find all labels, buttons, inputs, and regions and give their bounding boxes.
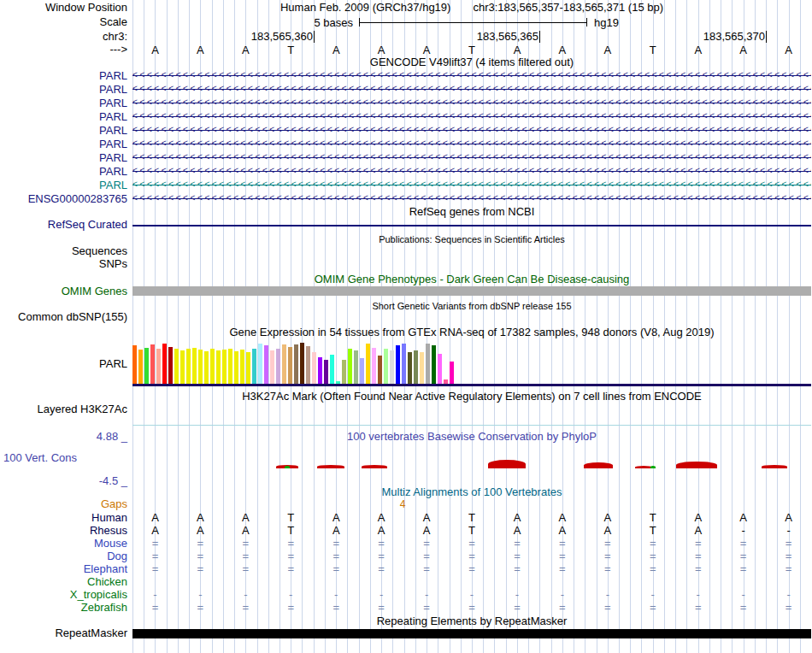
h3k27ac-signal-line[interactable] xyxy=(132,425,811,426)
gene-item-label[interactable]: PARL xyxy=(0,166,127,178)
alignment-base: A xyxy=(766,511,811,524)
gene-item[interactable]: <<<<<<<<<<<<<<<<<<<<<<<<<<<<<<<<<<<<<<<<… xyxy=(132,164,811,178)
gtex-tissue-bar xyxy=(330,355,334,384)
alignment-base: = xyxy=(404,550,450,562)
alignment-base xyxy=(268,575,314,588)
gene-item[interactable]: <<<<<<<<<<<<<<<<<<<<<<<<<<<<<<<<<<<<<<<<… xyxy=(132,178,811,191)
h3k27ac-track-title[interactable]: H3K27Ac Mark (Often Found Near Active Re… xyxy=(132,391,811,403)
alignment-base: = xyxy=(359,550,404,562)
alignment-base: = xyxy=(766,601,811,614)
position-title: chr3:183,565,357-183,565,371 (15 bp) xyxy=(473,2,663,14)
phylop-track-label[interactable]: 100 Vert. Cons xyxy=(0,452,77,464)
alignment-base: = xyxy=(495,550,540,562)
repeatmasker-track-title[interactable]: Repeating Elements by RepeatMasker xyxy=(132,615,811,627)
base-letter: A xyxy=(223,44,268,56)
track-display-area[interactable]: Human Feb. 2009 (GRCh37/hg19) chr3:183,5… xyxy=(132,0,811,653)
gene-item-label[interactable]: ENSG00000283765 xyxy=(0,193,127,205)
gtex-track-title[interactable]: Gene Expression in 54 tissues from GTEx … xyxy=(132,326,811,338)
alignment-row[interactable]: AAATAAATAAATA-- xyxy=(132,524,811,537)
gene-item-label[interactable]: PARL xyxy=(0,125,127,137)
alignment-base: - xyxy=(585,588,630,601)
sequences-track-label[interactable]: Sequences xyxy=(0,245,127,257)
gene-item[interactable]: <<<<<<<<<<<<<<<<<<<<<<<<<<<<<<<<<<<<<<<<… xyxy=(132,96,811,109)
gene-item[interactable]: <<<<<<<<<<<<<<<<<<<<<<<<<<<<<<<<<<<<<<<<… xyxy=(132,150,811,164)
alignment-base: A xyxy=(132,511,178,524)
alignment-row[interactable]: =============== xyxy=(132,537,811,550)
species-label[interactable]: X_tropicalis xyxy=(0,589,127,601)
repeatmasker-track-label[interactable]: RepeatMasker xyxy=(0,627,127,639)
gtex-tissue-bar xyxy=(282,344,286,384)
refseq-track-label[interactable]: RefSeq Curated xyxy=(0,219,127,231)
gene-item-label[interactable]: PARL xyxy=(0,152,127,164)
gene-item-label[interactable]: PARL xyxy=(0,111,127,123)
gtex-tissue-bar xyxy=(204,351,209,384)
alignment-base: - xyxy=(675,588,721,601)
species-label[interactable]: Elephant xyxy=(0,563,127,575)
alignment-base: = xyxy=(675,562,721,575)
gene-item[interactable]: <<<<<<<<<<<<<<<<<<<<<<<<<<<<<<<<<<<<<<<<… xyxy=(132,68,811,82)
species-label[interactable]: Dog xyxy=(0,550,127,562)
gtex-tissue-bar xyxy=(342,360,346,384)
gene-item[interactable]: <<<<<<<<<<<<<<<<<<<<<<<<<<<<<<<<<<<<<<<<… xyxy=(132,137,811,150)
alignment-row[interactable]: =============== xyxy=(132,550,811,562)
gene-item-label[interactable]: PARL xyxy=(0,138,127,150)
gencode-track-title[interactable]: GENCODE V49lift37 (4 items filtered out) xyxy=(132,56,811,68)
species-label[interactable]: Human xyxy=(0,512,127,524)
gtex-tissue-bar xyxy=(288,347,292,384)
alignment-base xyxy=(766,575,811,588)
alignment-row[interactable]: =============== xyxy=(132,601,811,614)
alignment-row[interactable]: =============== xyxy=(132,562,811,575)
gene-item-label[interactable]: PARL xyxy=(0,84,127,96)
alignment-row[interactable] xyxy=(132,575,811,588)
gtex-tissue-bar xyxy=(276,349,280,384)
refseq-track-title[interactable]: RefSeq genes from NCBI xyxy=(132,206,811,218)
gtex-tissue-bar xyxy=(144,348,149,384)
conservation-peak xyxy=(650,466,656,468)
snps-track-label[interactable]: SNPs xyxy=(0,258,127,270)
publications-track-title[interactable]: Publications: Sequences in Scientific Ar… xyxy=(132,233,811,245)
alignment-row[interactable]: --------------- xyxy=(132,588,811,601)
gene-item-label[interactable]: PARL xyxy=(0,179,127,191)
gtex-gene-label[interactable]: PARL xyxy=(0,358,127,370)
alignment-base: - xyxy=(450,588,495,601)
gtex-tissue-bar xyxy=(216,350,221,384)
gene-item-label[interactable]: PARL xyxy=(0,70,127,82)
species-label[interactable]: Rhesus xyxy=(0,525,127,537)
alignment-base: = xyxy=(359,562,404,575)
phylop-track-title[interactable]: 100 vertebrates Basewise Conservation by… xyxy=(132,431,811,443)
omim-track-label[interactable]: OMIM Genes xyxy=(0,285,127,297)
h3k27ac-track-label[interactable]: Layered H3K27Ac xyxy=(0,403,127,415)
alignment-row[interactable]: AAATAAATAAATAAA xyxy=(132,511,811,524)
dbsnp-track-title[interactable]: Short Genetic Variants from dbSNP releas… xyxy=(132,300,811,312)
gene-item[interactable]: <<<<<<<<<<<<<<<<<<<<<<<<<<<<<<<<<<<<<<<<… xyxy=(132,123,811,137)
species-label[interactable]: Zebrafish xyxy=(0,602,127,614)
gene-item[interactable]: <<<<<<<<<<<<<<<<<<<<<<<<<<<<<<<<<<<<<<<<… xyxy=(132,82,811,96)
alignment-base: = xyxy=(721,601,766,614)
base-letter: A xyxy=(539,44,585,56)
alignment-base: = xyxy=(450,562,495,575)
alignment-base: = xyxy=(539,537,585,550)
repeatmasker-item[interactable] xyxy=(132,629,811,638)
alignment-base: = xyxy=(766,562,811,575)
alignment-base: = xyxy=(675,601,721,614)
alignment-base: = xyxy=(178,562,223,575)
gaps-row-label[interactable]: Gaps xyxy=(0,498,127,510)
alignment-base: A xyxy=(539,511,585,524)
gene-item-label[interactable]: PARL xyxy=(0,97,127,109)
omim-gene-item[interactable] xyxy=(132,286,811,296)
omim-track-title[interactable]: OMIM Gene Phenotypes - Dark Green Can Be… xyxy=(132,274,811,285)
dbsnp-track-label[interactable]: Common dbSNP(155) xyxy=(0,311,127,323)
gtex-bar-chart[interactable] xyxy=(132,338,811,384)
multiz-track-title[interactable]: Multiz Alignments of 100 Vertebrates xyxy=(132,486,811,498)
species-label[interactable]: Mouse xyxy=(0,538,127,550)
base-letter: T xyxy=(450,44,495,56)
gtex-tissue-bar xyxy=(354,350,358,384)
gtex-tissue-bar xyxy=(414,350,418,384)
gene-item[interactable]: <<<<<<<<<<<<<<<<<<<<<<<<<<<<<<<<<<<<<<<<… xyxy=(132,109,811,123)
base-letter: A xyxy=(359,44,404,56)
phylop-conservation-plot[interactable] xyxy=(132,455,811,468)
refseq-curated-item[interactable] xyxy=(132,225,811,226)
gene-item[interactable]: <<<<<<<<<<<<<<<<<<<<<<<<<<<<<<<<<<<<<<<<… xyxy=(132,191,811,205)
species-label[interactable]: Chicken xyxy=(0,576,127,588)
coordinate-tick: 183,565,370 xyxy=(671,31,767,43)
